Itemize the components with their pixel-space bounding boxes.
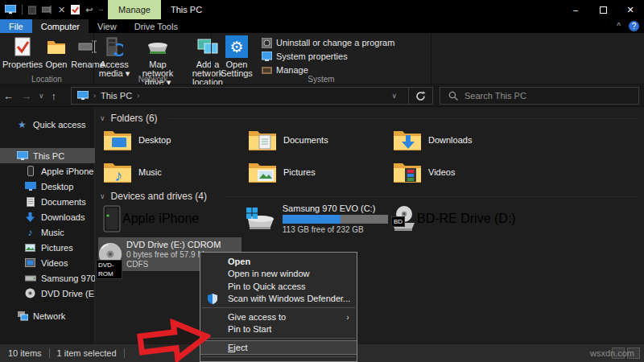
dvd-rom-badge: DVD-ROM — [96, 260, 122, 279]
folder-tool-icon[interactable] — [28, 6, 36, 14]
breadcrumb[interactable]: › This PC › ∨ — [71, 87, 433, 105]
section-divider — [169, 118, 638, 119]
undo-icon[interactable]: ↩ — [85, 5, 93, 15]
properties-tool-icon[interactable] — [71, 5, 80, 14]
manage-icon — [262, 65, 272, 76]
crumb-separator-icon[interactable]: › — [137, 92, 139, 100]
maximize-button[interactable] — [589, 0, 617, 19]
system-properties-button[interactable]: System properties — [262, 51, 394, 62]
open-folder-icon — [47, 35, 66, 59]
star-icon: ★ — [16, 118, 28, 130]
svg-text:♪: ♪ — [114, 167, 122, 183]
help-icon[interactable]: ? — [629, 21, 639, 31]
refresh-icon[interactable] — [415, 91, 426, 101]
folder-tile-desktop[interactable]: Desktop — [101, 125, 243, 155]
properties-button[interactable]: Properties — [2, 35, 43, 69]
back-icon[interactable]: ← — [3, 90, 14, 102]
folders-header-label: Folders (6) — [111, 113, 158, 124]
folder-tile-pictures[interactable]: Pictures — [246, 157, 388, 187]
sidebar-item-downloads[interactable]: Downloads — [0, 209, 95, 224]
tab-file[interactable]: File — [0, 19, 32, 33]
sidebar-item-this-pc[interactable]: This PC — [0, 148, 95, 163]
manage-button[interactable]: Manage — [262, 64, 394, 76]
samsung-ssd-icon — [245, 206, 279, 232]
minimize-button[interactable]: – — [562, 0, 589, 19]
folder-label: Pictures — [283, 167, 316, 177]
download-arrow-icon — [24, 211, 36, 223]
folder-tile-videos[interactable]: Videos — [391, 157, 533, 187]
uninstall-button[interactable]: Uninstall or change a program — [262, 37, 394, 48]
ribbon-tab-row: File Computer View Drive Tools — [0, 19, 644, 33]
menu-item-give-access[interactable]: Give access to › — [200, 311, 357, 323]
menu-item-pin-start[interactable]: Pin to Start — [200, 323, 357, 336]
uninstall-label: Uninstall or change a program — [276, 38, 394, 47]
forward-icon[interactable]: → — [21, 90, 31, 102]
customize-toolbar-icon[interactable]: ·· — [98, 6, 103, 14]
window-title: This PC — [171, 0, 202, 19]
chevron-down-icon: ∨ — [100, 192, 105, 200]
this-pc-icon — [77, 91, 89, 101]
menu-item-pin-quick-access[interactable]: Pin to Quick access — [200, 280, 357, 293]
manage-contextual-tab[interactable]: Manage — [108, 0, 161, 19]
drive-tile-samsung-ssd[interactable]: Samsung 970 EVO (C:) 113 GB free of 232 … — [245, 200, 388, 238]
drive-icon — [24, 272, 36, 284]
tab-drive-tools[interactable]: Drive Tools — [126, 19, 187, 33]
up-icon[interactable]: ↑ — [52, 90, 57, 102]
picture-icon — [24, 241, 36, 253]
breadcrumb-root[interactable]: This PC — [101, 91, 132, 101]
drive-tile-apple-iphone[interactable]: Apple iPhone — [101, 202, 245, 236]
sidebar-item-music[interactable]: ♪ Music — [0, 224, 95, 240]
menu-item-copy[interactable]: Copy — [200, 360, 357, 362]
rename-tool-icon[interactable] — [42, 6, 52, 14]
sidebar-item-pictures[interactable]: Pictures — [0, 240, 95, 255]
chevron-down-icon: ∨ — [100, 114, 105, 122]
delete-tool-icon[interactable]: ✕ — [58, 5, 65, 15]
sidebar-item-quick-access[interactable]: ★ Quick access — [0, 117, 95, 132]
sidebar-item-samsung-ssd[interactable]: Samsung 970 EVO (C:) — [0, 270, 95, 286]
address-dropdown-icon[interactable]: ∨ — [391, 92, 397, 100]
open-button[interactable]: Open — [43, 35, 69, 69]
this-pc-icon — [5, 5, 16, 14]
open-settings-button[interactable]: ⚙ Open Settings — [217, 35, 257, 78]
sidebar-item-documents[interactable]: Documents — [0, 194, 95, 209]
tab-view[interactable]: View — [89, 19, 126, 33]
menu-label: Pin to Quick access — [228, 282, 306, 291]
selection-count: 1 item selected — [57, 348, 117, 358]
close-button[interactable]: ✕ — [617, 0, 644, 19]
address-divider — [408, 88, 409, 104]
system-properties-label: System properties — [276, 51, 348, 61]
dvd-disc-icon: DVD-ROM — [98, 242, 122, 266]
bd-badge: BD — [391, 216, 405, 227]
menu-item-open-new-window[interactable]: Open in new window — [200, 268, 357, 281]
drives-section-header[interactable]: ∨ Devices and drives (4) — [100, 191, 207, 202]
sidebar-item-desktop[interactable]: Desktop — [0, 179, 95, 194]
nav-buttons: ← → ∨ ↑ — [3, 84, 56, 107]
search-icon — [448, 91, 458, 101]
folder-tile-music[interactable]: ♪ Music — [101, 157, 243, 187]
status-divider — [49, 348, 50, 358]
menu-item-scan-defender[interactable]: Scan with Windows Defender... — [200, 293, 357, 306]
tab-computer[interactable]: Computer — [32, 19, 89, 33]
folder-tile-documents[interactable]: Documents — [246, 125, 388, 155]
folder-label: Downloads — [428, 135, 472, 145]
search-placeholder: Search This PC — [464, 91, 526, 101]
maximize-icon — [600, 6, 607, 14]
ribbon-group-network: Access media ▾ Map network drive ▾ Add a… — [94, 33, 212, 84]
content-pane: ∨ Folders (6) Desktop Documents Download… — [95, 107, 644, 343]
group-label-location: Location — [0, 75, 93, 84]
folder-tile-downloads[interactable]: Downloads — [391, 125, 533, 155]
sidebar-item-dvd-drive[interactable]: DVD Drive (E:) CDROM — [0, 286, 95, 301]
uninstall-icon — [262, 38, 272, 48]
folders-section-header[interactable]: ∨ Folders (6) — [100, 113, 158, 124]
sidebar-item-network[interactable]: Network — [0, 308, 95, 323]
sidebar-item-videos[interactable]: Videos — [0, 255, 95, 270]
search-input[interactable]: Search This PC — [440, 87, 639, 105]
collapse-ribbon-icon[interactable]: ^ — [617, 22, 621, 31]
menu-label: Open — [228, 257, 250, 266]
sidebar-item-apple-iphone[interactable]: Apple iPhone — [0, 163, 95, 179]
drive-tile-bdre[interactable]: BD BD-RE Drive (D:) — [390, 202, 533, 236]
menu-item-open[interactable]: Open — [200, 255, 357, 268]
access-media-button[interactable]: Access media ▾ — [95, 35, 134, 78]
recent-locations-icon[interactable]: ∨ — [39, 92, 44, 100]
menu-item-eject[interactable]: Eject — [200, 341, 357, 354]
